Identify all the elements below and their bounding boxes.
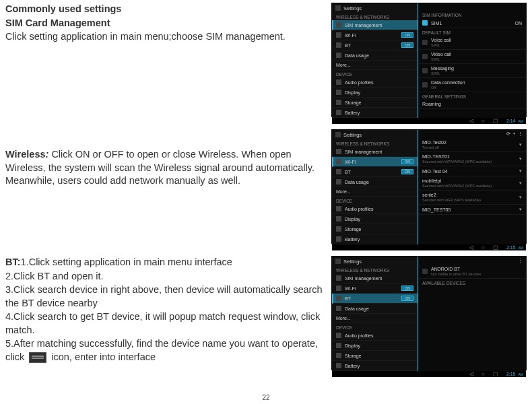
nav-back-icon[interactable]: ◁ — [469, 371, 473, 377]
sidebar-item-wifi[interactable]: Wi-FiON — [332, 30, 418, 40]
sidebar-item-wifi[interactable]: Wi-FiON — [332, 157, 418, 167]
clock-time: 2:15 — [506, 372, 516, 376]
sidebar-item-more[interactable]: More... — [332, 187, 418, 197]
sidebar-item-wifi[interactable]: Wi-FiON — [332, 283, 418, 294]
screenshot-bt: Settings WIRELESS & NETWORKS SIM managem… — [331, 256, 527, 370]
wifi-network[interactable]: MID-TEST01Secured with WPA/WPA2 (WPS ava… — [418, 152, 526, 166]
roaming[interactable]: Roaming — [418, 100, 526, 109]
sidebar-item-bt[interactable]: BTON — [332, 40, 418, 50]
sidebar-item-audio[interactable]: Audio profiles — [332, 204, 418, 214]
nav-back-icon[interactable]: ◁ — [469, 244, 473, 250]
sidebar-item-bt[interactable]: BTON — [332, 167, 418, 177]
nav-recent-icon[interactable]: ▢ — [493, 371, 498, 377]
search-devices-icon[interactable]: ⋮ — [518, 258, 523, 263]
wifi-network[interactable]: MID_TEST05▾ — [418, 205, 526, 215]
sidebar-item-data[interactable]: Data usage — [332, 50, 418, 61]
gear-icon — [335, 259, 341, 264]
heading-sim: SIM Card Management — [5, 17, 323, 30]
sidebar-item-more[interactable]: More... — [332, 314, 418, 323]
sidebar-item-more[interactable]: More... — [332, 61, 418, 70]
sidebar-item-sim[interactable]: SIM management — [332, 20, 418, 30]
messaging[interactable]: MessagingSIM1 — [418, 64, 526, 78]
sidebar-item-audio[interactable]: Audio profiles — [332, 77, 418, 88]
clock-time: 2:15 — [506, 245, 516, 250]
nav-home-icon[interactable]: ○ — [481, 371, 485, 377]
settings-sliders-icon — [29, 352, 46, 363]
sidebar-item-display[interactable]: Display — [332, 88, 418, 98]
wireless-para: Wireless: Click ON or OFF to open or clo… — [5, 148, 323, 188]
bt-line5: 5.After matching successfully, find the … — [5, 337, 323, 364]
nav-recent-icon[interactable]: ▢ — [493, 118, 498, 124]
page-number: 22 — [0, 394, 532, 401]
sidebar-item-data[interactable]: Data usage — [332, 177, 418, 187]
sidebar-item-audio[interactable]: Audio profiles — [332, 331, 418, 341]
wifi-network[interactable]: MID-Test 04▾ — [418, 166, 526, 176]
section-bt-text: BT:1.Click setting application in main m… — [5, 256, 323, 370]
cat-sim-info: SIM INFORMATION — [418, 11, 526, 18]
nav-recent-icon[interactable]: ▢ — [493, 244, 498, 250]
bt-line1: BT:1.Click setting application in main m… — [5, 256, 323, 269]
wifi-switch[interactable]: ON — [401, 32, 413, 38]
cat-default-sim: DEFAULT SIM — [418, 28, 526, 36]
settings-title: Settings — [343, 5, 362, 11]
cat-available: AVAILABLE DEVICES — [418, 279, 526, 286]
bt-line3: 3.Click search device in right above, th… — [5, 283, 323, 310]
heading-commonly: Commonly used settings — [5, 3, 323, 16]
nav-back-icon[interactable]: ◁ — [469, 118, 473, 124]
sidebar-item-battery[interactable]: Battery — [332, 108, 418, 118]
sidebar-item-data[interactable]: Data usage — [332, 304, 418, 314]
sidebar-item-sim[interactable]: SIM management — [332, 147, 418, 157]
cat-device: DEVICE — [332, 70, 418, 77]
settings-title: Settings — [343, 132, 362, 138]
nav-home-icon[interactable]: ○ — [481, 118, 485, 124]
wifi-network[interactable]: mobiletplSecured with WPA/WPA2 (WPS avai… — [418, 176, 526, 191]
cat-wireless: WIRELESS & NETWORKS — [332, 13, 418, 20]
voice-call[interactable]: Voice callSIM1 — [418, 36, 526, 50]
sidebar-item-storage[interactable]: Storage — [332, 351, 418, 361]
wifi-icon: ▾ — [519, 142, 522, 147]
clock-time: 2:14 — [506, 119, 516, 123]
bt-my-device[interactable]: ANDROID BTNot visible to other BT device… — [418, 265, 526, 279]
settings-title: Settings — [343, 259, 362, 265]
sidebar-item-bt[interactable]: BTON — [332, 294, 418, 304]
bt-line4: 4.Click search to get BT device, it will… — [5, 310, 323, 337]
sim-body: Click setting application in main menu;c… — [5, 30, 323, 44]
wifi-network[interactable]: MID-Test02Turned off▾ — [418, 138, 526, 152]
sidebar-item-sim[interactable]: SIM management — [332, 273, 418, 283]
screenshot-sim: Settings WIRELESS & NETWORKS SIM managem… — [331, 3, 527, 117]
bt-line2: 2.Click BT and open it. — [5, 270, 323, 283]
sidebar-item-battery[interactable]: Battery — [332, 361, 418, 371]
sidebar-item-display[interactable]: Display — [332, 214, 418, 224]
sidebar-item-storage[interactable]: Storage — [332, 98, 418, 108]
section-wireless-text: Wireless: Click ON or OFF to open or clo… — [5, 129, 323, 244]
sim-slot[interactable]: SIM1ON — [418, 18, 526, 28]
gear-icon — [335, 5, 341, 11]
cat-general: GENERAL SETTINGS — [418, 92, 526, 100]
wifi-network[interactable]: senie2Secured with WEP (WPS available)▾ — [418, 191, 526, 205]
refresh-icon[interactable]: ⟳ + ⋮ — [506, 131, 523, 137]
data-conn[interactable]: Data connectionOff — [418, 78, 526, 92]
sidebar-item-storage[interactable]: Storage — [332, 224, 418, 234]
section-sim-text: Commonly used settings SIM Card Manageme… — [5, 3, 323, 117]
gear-icon — [335, 132, 341, 137]
sidebar-item-display[interactable]: Display — [332, 341, 418, 351]
sidebar-item-battery[interactable]: Battery — [332, 234, 418, 244]
bt-switch[interactable]: ON — [401, 42, 413, 48]
screenshot-wireless: Settings WIRELESS & NETWORKS SIM managem… — [331, 129, 527, 244]
video-call[interactable]: Video callSIM1 — [418, 50, 526, 64]
nav-home-icon[interactable]: ○ — [481, 244, 485, 250]
